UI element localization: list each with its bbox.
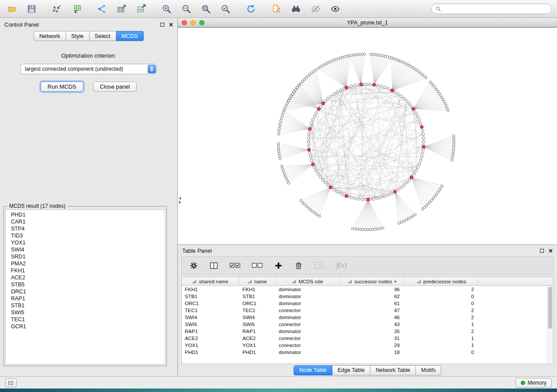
leaf-node[interactable] [453,146,455,148]
ring-node[interactable] [307,141,310,143]
leaf-node[interactable] [278,152,280,155]
leaf-node[interactable] [277,133,280,135]
leaf-node[interactable] [398,222,400,224]
ring-node[interactable] [336,190,339,193]
leaf-node[interactable] [403,220,405,222]
ring-node[interactable] [327,184,329,186]
mcds-result-item[interactable]: YOX1 [6,239,165,246]
dominator-node[interactable] [345,194,348,197]
open-file-icon[interactable] [5,2,18,15]
hide-details-eye-slash-icon[interactable] [309,2,322,15]
ring-node[interactable] [330,95,332,97]
ring-node[interactable] [419,122,422,125]
leaf-node[interactable] [283,172,285,175]
table-vertical-scrollbar[interactable] [547,286,553,364]
leaf-node[interactable] [453,139,455,141]
mcds-result-item[interactable]: SRD1 [6,253,165,260]
ring-node[interactable] [380,196,382,199]
leaf-node[interactable] [356,228,358,230]
ring-node[interactable] [403,184,405,186]
scrollbar-thumb[interactable] [548,287,552,329]
close-panel-button[interactable]: Close panel [93,82,137,92]
ring-node[interactable] [339,89,342,92]
leaf-node[interactable] [374,228,376,230]
leaf-node[interactable] [286,179,288,182]
tab-node-table[interactable]: Node Table [294,365,332,375]
leaf-node[interactable] [432,197,434,199]
ring-node[interactable] [403,97,405,100]
leaf-node[interactable] [364,228,366,230]
ring-node[interactable] [350,85,353,87]
export-table-icon[interactable] [115,2,128,15]
leaf-node[interactable] [441,185,443,187]
leaf-node[interactable] [281,114,284,117]
column-header-predecessor-nodes[interactable]: predecessor nodes [405,277,479,285]
leaf-node[interactable] [379,227,381,230]
leaf-node[interactable] [289,97,291,100]
leaf-node[interactable] [279,125,281,127]
leaf-node[interactable] [446,107,448,109]
mcds-result-item[interactable]: SWI4 [6,246,165,253]
leaf-node[interactable] [315,69,317,71]
leaf-node[interactable] [369,228,371,230]
ring-node[interactable] [310,159,313,162]
leaf-node[interactable] [282,170,284,172]
leaf-node[interactable] [286,103,288,105]
network-canvas[interactable] [178,28,557,244]
leaf-node[interactable] [280,117,283,119]
leaf-node[interactable] [351,227,353,230]
mcds-result-item[interactable]: ORC1 [6,288,165,295]
mcds-result-item[interactable]: SWI5 [6,309,165,316]
ring-node[interactable] [353,197,356,199]
ring-node[interactable] [333,93,336,95]
ring-node[interactable] [422,133,425,136]
ring-node[interactable] [353,84,356,87]
leaf-node[interactable] [414,213,416,216]
export-network-icon[interactable] [95,2,108,15]
leaf-node[interactable] [412,215,414,217]
ring-node[interactable] [421,155,423,158]
leaf-node[interactable] [308,207,310,209]
leaf-node[interactable] [377,228,379,230]
leaf-node[interactable] [301,201,304,203]
ring-node[interactable] [369,83,371,86]
leaf-node[interactable] [285,177,287,179]
ring-node[interactable] [308,133,310,136]
ring-node[interactable] [421,152,424,155]
leaf-node[interactable] [284,107,286,109]
mcds-result-item[interactable]: STB1 [6,302,165,309]
leaf-node[interactable] [314,212,316,214]
leaf-node[interactable] [437,191,439,193]
tab-network-table[interactable]: Network Table [370,365,416,375]
find-binoculars-icon[interactable] [289,2,302,15]
ring-node[interactable] [387,87,390,90]
ring-node[interactable] [397,189,399,191]
leaf-node[interactable] [430,199,432,201]
leaf-node[interactable] [298,84,300,86]
search-field[interactable] [431,3,552,14]
leaf-node[interactable] [453,148,455,150]
import-table-icon[interactable] [70,2,83,15]
leaf-node[interactable] [439,187,442,189]
zoom-in-icon[interactable] [160,2,173,15]
leaf-node[interactable] [453,137,455,139]
ring-node[interactable] [422,141,425,143]
window-zoom-light[interactable] [199,20,204,25]
ring-node[interactable] [317,172,319,175]
leaf-node[interactable] [318,215,321,217]
leaf-node[interactable] [278,131,280,133]
leaf-node[interactable] [425,205,427,207]
dominator-node[interactable] [360,83,363,86]
dominator-node[interactable] [367,198,370,201]
tab-select[interactable]: Select [90,31,116,41]
ring-node[interactable] [339,192,342,195]
ring-node[interactable] [383,86,386,89]
leaf-node[interactable] [453,144,455,146]
mcds-result-item[interactable]: TEC1 [6,316,165,323]
apply-layout-icon[interactable] [244,2,257,15]
zoom-fit-icon[interactable] [199,2,212,15]
ring-node[interactable] [308,152,311,155]
ring-node[interactable] [310,122,313,125]
dominator-node[interactable] [308,148,311,151]
ring-node[interactable] [322,179,324,181]
